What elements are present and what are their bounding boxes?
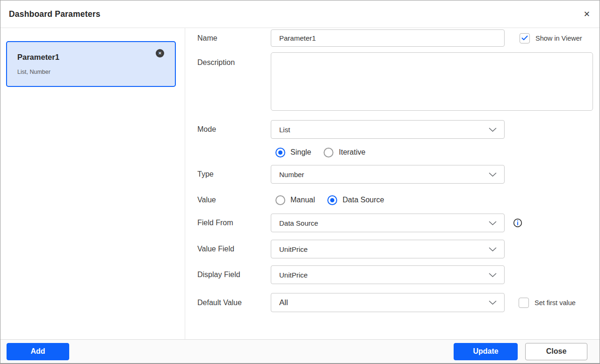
name-input[interactable] (271, 29, 505, 47)
mode-dropdown[interactable]: List (271, 120, 505, 139)
radio-manual[interactable] (275, 195, 285, 205)
description-row: Description (197, 52, 600, 111)
show-in-viewer-checkbox[interactable]: Show in Viewer (520, 33, 582, 43)
display-field-dropdown[interactable]: UnitPrice (271, 265, 505, 284)
radio-single[interactable] (275, 148, 285, 157)
add-button[interactable]: Add (7, 343, 69, 360)
update-button[interactable]: Update (454, 343, 518, 360)
checkbox-unchecked-icon[interactable] (519, 298, 529, 308)
type-label: Type (197, 170, 271, 178)
type-dropdown-value: Number (279, 171, 304, 178)
mode-row: Mode List (197, 120, 600, 139)
name-row: Name Show in Viewer (197, 29, 600, 47)
name-label: Name (197, 34, 271, 43)
value-field-label: Value Field (197, 245, 271, 253)
info-icon[interactable] (513, 218, 522, 228)
field-from-row: Field From Data Source (197, 214, 600, 232)
field-from-label: Field From (197, 219, 271, 227)
parameter-list-panel: ✕ Parameter1 List, Number (0, 28, 185, 339)
mode-option-row: Single Iterative (197, 145, 600, 159)
value-field-dropdown-value: UnitPrice (279, 245, 308, 253)
remove-x-glyph: ✕ (158, 51, 162, 56)
value-field-row: Value Field UnitPrice (197, 240, 600, 258)
parameter-card-title: Parameter1 (17, 53, 166, 62)
dialog-title: Dashboard Parameters (9, 9, 101, 19)
value-radio-group: Manual Data Source (275, 195, 384, 205)
display-field-dropdown-value: UnitPrice (279, 271, 308, 279)
radio-iterative-label: Iterative (339, 148, 365, 157)
chevron-down-icon (489, 221, 497, 225)
default-value-row: Default Value All Set first value (197, 293, 600, 312)
display-field-row: Display Field UnitPrice (197, 265, 600, 284)
mode-dropdown-value: List (279, 126, 290, 134)
show-in-viewer-label: Show in Viewer (535, 35, 582, 42)
set-first-value-checkbox[interactable]: Set first value (519, 298, 576, 308)
value-field-dropdown[interactable]: UnitPrice (271, 240, 505, 258)
radio-data-source[interactable] (327, 195, 337, 205)
radio-iterative[interactable] (324, 148, 333, 157)
close-icon[interactable]: ✕ (584, 10, 590, 18)
mode-label: Mode (197, 125, 271, 134)
dashboard-parameters-dialog: Dashboard Parameters ✕ ✕ Parameter1 List… (0, 0, 600, 364)
field-from-dropdown[interactable]: Data Source (271, 214, 505, 232)
chevron-down-icon (489, 273, 497, 277)
parameter-card-meta: List, Number (17, 69, 166, 75)
description-textarea[interactable] (271, 52, 593, 111)
chevron-down-icon (489, 247, 497, 251)
radio-single-label: Single (290, 148, 311, 157)
mode-radio-group: Single Iterative (275, 148, 365, 157)
value-label: Value (197, 196, 271, 204)
type-dropdown[interactable]: Number (271, 165, 505, 184)
dialog-body: ✕ Parameter1 List, Number Name Show in (0, 28, 600, 339)
chevron-down-icon (489, 128, 497, 132)
default-value-label: Default Value (197, 299, 271, 307)
parameter-card[interactable]: ✕ Parameter1 List, Number (6, 41, 176, 87)
display-field-label: Display Field (197, 271, 271, 279)
type-row: Type Number (197, 165, 600, 184)
checkbox-checked-icon[interactable] (520, 33, 530, 43)
set-first-value-label: Set first value (535, 299, 576, 307)
default-value-dropdown-value: All (279, 298, 288, 307)
field-from-dropdown-value: Data Source (279, 219, 318, 227)
dialog-header: Dashboard Parameters ✕ (0, 0, 600, 28)
radio-manual-label: Manual (290, 196, 315, 204)
chevron-down-icon (489, 172, 497, 177)
chevron-down-icon (489, 300, 497, 305)
radio-data-source-label: Data Source (342, 196, 384, 204)
remove-parameter-icon[interactable]: ✕ (156, 49, 164, 57)
dialog-footer: Add Update Close (0, 339, 600, 363)
value-row: Value Manual Data Source (197, 193, 600, 207)
default-value-dropdown[interactable]: All (271, 293, 505, 312)
parameter-form: Name Show in Viewer Description (185, 28, 600, 339)
checkmark-icon (521, 36, 528, 41)
description-label: Description (197, 52, 271, 67)
close-button[interactable]: Close (525, 343, 587, 360)
